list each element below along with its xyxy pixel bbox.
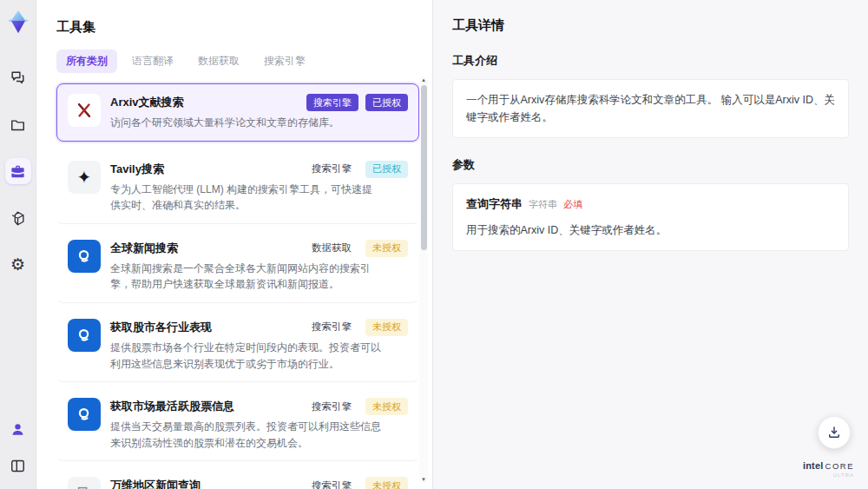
sidebar-item-chat[interactable] xyxy=(5,64,31,90)
cube-icon xyxy=(10,210,26,227)
tool-detail-panel: 工具详情 工具介绍 一个用于从Arxiv存储库搜索科学论文和文章的工具。 输入可… xyxy=(432,0,868,489)
tool-name: 获取股市各行业表现 xyxy=(110,320,212,335)
sparkle-icon: ✦ xyxy=(68,161,101,194)
tab-0[interactable]: 所有类别 xyxy=(56,50,117,73)
tool-category-tag: 数据获取 xyxy=(312,241,352,254)
list-scrollbar[interactable]: ▲ ▼ xyxy=(419,76,428,483)
tab-3[interactable]: 搜索引擎 xyxy=(254,50,315,73)
gear-icon: ⚙ xyxy=(10,256,25,274)
tool-name: 万维地区新闻查询 xyxy=(110,478,201,489)
tool-description: 专为人工智能代理 (LLM) 构建的搜索引擎工具，可快速提供实时、准确和真实的结… xyxy=(110,182,381,214)
param-type: 字符串 xyxy=(529,197,557,213)
intel-brand-text: intel xyxy=(803,460,824,471)
tool-name: 全球新闻搜索 xyxy=(110,241,178,256)
tool-description: 访问各个研究领域大量科学论文和文章的存储库。 xyxy=(110,115,381,131)
tool-card-2[interactable]: 全球新闻搜索 数据获取 未授权 全球新闻搜索是一个聚合全球各大新闻网站内容的搜索… xyxy=(56,229,419,303)
tool-name: Arxiv文献搜索 xyxy=(110,95,184,110)
scrollbar-thumb[interactable] xyxy=(421,85,427,250)
tab-1[interactable]: 语言翻译 xyxy=(122,50,183,73)
building-icon xyxy=(68,477,101,489)
tool-status-badge: 未授权 xyxy=(365,240,408,257)
tool-card-4[interactable]: 获取市场最活跃股票信息 搜索引擎 未授权 提供当天交易量最高的股票列表。投资者可… xyxy=(56,387,419,461)
intro-text: 一个用于从Arxiv存储库搜索科学论文和文章的工具。 输入可以是Arxiv ID… xyxy=(466,94,835,123)
tool-category-tag: 搜索引擎 xyxy=(312,400,352,413)
chat-icon xyxy=(10,69,26,86)
tab-2[interactable]: 数据获取 xyxy=(188,50,249,73)
tool-name: Tavily搜索 xyxy=(110,162,164,177)
blue-search-icon xyxy=(68,319,101,352)
page-title: 工具集 xyxy=(56,19,432,36)
ultra-tier-text: ULTRA xyxy=(803,472,854,479)
tool-description: 提供当天交易量最高的股票列表。投资者可以利用这些信息来识别流动性强的股票和潜在的… xyxy=(110,419,381,451)
param-desc: 用于搜索的Arxiv ID、关键字或作者姓名。 xyxy=(466,221,835,239)
sidebar-item-tools[interactable] xyxy=(5,158,31,184)
tool-category-tag: 搜索引擎 xyxy=(312,162,352,175)
scrollbar-up-arrow-icon[interactable]: ▲ xyxy=(419,76,428,83)
app-gem-logo xyxy=(5,9,31,35)
tool-status-badge: 未授权 xyxy=(365,319,408,336)
intro-heading: 工具介绍 xyxy=(452,53,849,69)
tool-list-panel: 工具集 所有类别语言翻译数据获取搜索引擎 Arxiv文献搜索 搜索引擎 已授权 … xyxy=(36,0,432,489)
sidebar-item-settings[interactable]: ⚙ xyxy=(5,252,31,278)
sidebar-item-files[interactable] xyxy=(5,111,31,137)
left-rail: ⚙ xyxy=(0,0,36,489)
tool-status-badge: 未授权 xyxy=(365,398,408,415)
rail-bottom xyxy=(5,416,31,479)
category-tabs: 所有类别语言翻译数据获取搜索引擎 xyxy=(56,50,432,73)
rail-nav: ⚙ xyxy=(5,64,31,278)
tool-description: 提供股票市场各个行业在特定时间段内的表现。投资者可以利用这些信息来识别表现优于或… xyxy=(110,340,381,372)
layout-panel-icon xyxy=(10,458,26,474)
download-icon xyxy=(826,425,842,440)
briefcase-icon xyxy=(10,163,26,180)
blue-search-icon xyxy=(68,398,101,431)
tool-category-tag: 搜索引擎 xyxy=(312,479,352,489)
tool-card-3[interactable]: 获取股市各行业表现 搜索引擎 未授权 提供股票市场各个行业在特定时间段内的表现。… xyxy=(56,308,419,382)
param-required-badge: 必填 xyxy=(563,197,582,213)
arxiv-x-icon xyxy=(68,94,101,127)
core-series-text: CORE xyxy=(825,461,854,471)
param-card: 查询字符串 字符串 必填 用于搜索的Arxiv ID、关键字或作者姓名。 xyxy=(452,183,849,251)
tool-status-badge: 已授权 xyxy=(365,94,408,111)
sidebar-item-panel[interactable] xyxy=(5,453,31,479)
tool-status-badge: 已授权 xyxy=(365,161,408,178)
tool-category-tag: 搜索引擎 xyxy=(312,320,352,334)
user-icon xyxy=(10,421,26,438)
detail-title: 工具详情 xyxy=(452,17,849,34)
tool-name: 获取市场最活跃股票信息 xyxy=(110,399,234,414)
sidebar-item-packages[interactable] xyxy=(5,205,31,231)
tool-description: 全球新闻搜索是一个聚合全球各大新闻网站内容的搜索引擎，帮助用户快速获取全球最新资… xyxy=(110,261,381,293)
download-button[interactable] xyxy=(818,416,851,449)
sidebar-item-account[interactable] xyxy=(5,416,31,442)
tool-card-1[interactable]: ✦ Tavily搜索 搜索引擎 已授权 专为人工智能代理 (LLM) 构建的搜索… xyxy=(56,150,419,224)
tool-card-0[interactable]: Arxiv文献搜索 搜索引擎 已授权 访问各个研究领域大量科学论文和文章的存储库… xyxy=(56,83,419,142)
intro-card: 一个用于从Arxiv存储库搜索科学论文和文章的工具。 输入可以是Arxiv ID… xyxy=(452,79,849,138)
tool-status-badge: 未授权 xyxy=(365,477,408,489)
intel-core-badge: intelCORE ULTRA xyxy=(803,460,854,479)
scrollbar-down-arrow-icon[interactable]: ▼ xyxy=(419,476,428,483)
folder-icon xyxy=(10,116,26,133)
param-row: 查询字符串 字符串 必填 xyxy=(466,195,835,214)
tool-card-5[interactable]: 万维地区新闻查询 搜索引擎 未授权 查询具体行政区划内的新闻，快速了解各地新闻动 xyxy=(56,466,419,489)
tool-list: Arxiv文献搜索 搜索引擎 已授权 访问各个研究领域大量科学论文和文章的存储库… xyxy=(56,83,419,489)
param-name: 查询字符串 xyxy=(466,195,523,214)
params-heading: 参数 xyxy=(452,157,849,173)
tool-category-tag: 搜索引擎 xyxy=(306,94,358,111)
blue-search-icon xyxy=(68,240,101,273)
